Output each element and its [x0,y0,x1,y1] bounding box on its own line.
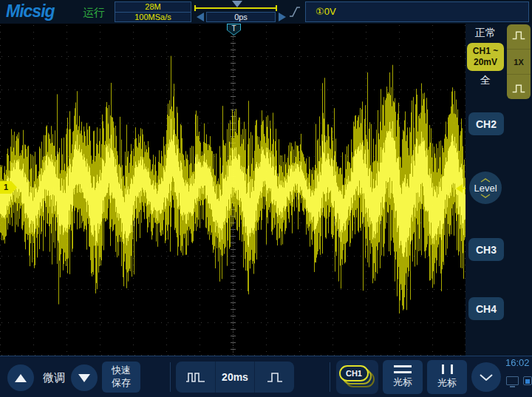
timebase-control: 20ms [176,362,294,393]
ch3-button[interactable]: CH3 [468,238,504,261]
chevron-down-icon [480,194,491,198]
timebase-zoom-in-button[interactable] [176,362,215,393]
ch2-button[interactable]: CH2 [468,112,504,135]
trigger-mode-label[interactable]: 正常 [466,27,505,40]
ch1-scale-value: 20mV [474,57,497,68]
active-channel-label: CH1 [339,365,369,381]
single-pulse-icon [266,371,284,383]
right-sidebar: 正常 CH1 ~ 20mV 全 1X CH2 Level [466,24,532,356]
micsig-logo: Micsig [6,1,55,21]
divider [507,49,531,50]
status-icons [506,376,532,385]
trigger-position-marker-icon[interactable] [232,1,242,7]
timebase-value[interactable]: 20ms [215,362,255,393]
vertical-cursor-label: 光标 [437,376,457,390]
probe-attenuation-value: 1X [514,58,523,67]
divider [170,362,171,392]
ch4-button[interactable]: CH4 [468,297,504,320]
ch1-bandwidth-label[interactable]: 全 [466,74,505,87]
quick-save-line2: 保存 [112,377,131,390]
fine-adjust-label: 微调 [37,371,71,385]
horizontal-cursor-button[interactable]: 光标 [383,360,423,394]
trigger-slope-icon[interactable] [289,5,301,18]
pan-left-icon[interactable] [197,13,204,21]
trigger-position-value[interactable]: 0ps [206,12,276,22]
trigger-level-arrow-icon[interactable] [456,184,466,194]
chevron-down-icon [480,374,493,381]
top-bar: Micsig 运行 28M 100MSa/s 0ps ①0V [0,0,532,24]
run-status[interactable]: 运行 [83,6,105,20]
oscilloscope-app: Micsig 运行 28M 100MSa/s 0ps ①0V T 1 正常 [0,0,532,397]
divider [507,74,531,75]
sample-rate: 100MSa/s [115,13,191,22]
level-button-label: Level [474,183,497,194]
triangle-up-icon [15,374,27,382]
triangle-down-icon [78,374,90,382]
collapse-menu-button[interactable] [471,362,501,392]
pulse-down-icon [511,83,526,94]
waveform-display[interactable]: T 1 [0,24,466,356]
horizontal-cursors-icon [394,365,412,373]
waveform-canvas [0,24,466,356]
horizontal-cursor-label: 光标 [393,376,412,389]
acquisition-info-box[interactable]: 28M 100MSa/s [115,1,191,22]
scale-down-button[interactable] [71,364,98,391]
timebase-zoom-out-button[interactable] [254,362,294,393]
probe-attenuation-strip[interactable]: 1X [507,24,531,99]
storage-icon[interactable] [523,376,532,385]
active-channel-button[interactable]: CH1 [336,360,378,394]
level-button[interactable]: Level [469,172,502,204]
quick-save-line1: 快速 [112,364,131,377]
trigger-level-box[interactable]: ①0V [305,1,529,22]
pulse-train-icon [185,371,205,383]
timebase-value-label: 20ms [222,371,248,383]
memory-depth: 28M [115,2,191,12]
vertical-cursor-button[interactable]: 光标 [427,360,467,394]
trigger-position-slider[interactable] [194,7,277,9]
pulse-up-icon [511,30,526,41]
pan-right-icon[interactable] [279,13,286,21]
divider [330,362,330,392]
quick-save-button[interactable]: 快速 保存 [102,362,140,393]
clock: 16:02 [505,357,530,368]
display-icon[interactable] [506,376,519,385]
ch1-scale-badge[interactable]: CH1 ~ 20mV [467,43,504,71]
ch1-coupling-label: CH1 ~ [473,46,498,57]
scale-up-button[interactable] [7,364,34,391]
bottom-bar: 微调 快速 保存 20ms [0,356,532,397]
vertical-cursors-icon [442,364,453,374]
